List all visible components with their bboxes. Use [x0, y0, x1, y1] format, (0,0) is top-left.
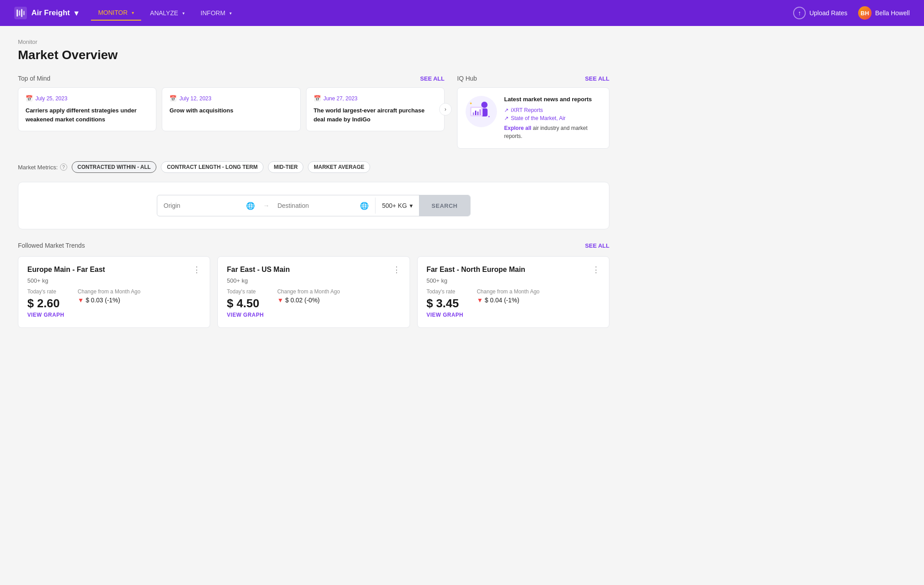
- change-label-2: Change from a Month Ago: [277, 288, 340, 295]
- metrics-help-icon[interactable]: ?: [60, 163, 67, 171]
- external-link-icon-2: ↗: [504, 115, 509, 121]
- rate-label-2: Today's rate: [227, 288, 259, 295]
- trend-menu-2[interactable]: ⋮: [393, 266, 401, 274]
- metric-chip-midtier[interactable]: MID-TIER: [268, 161, 303, 173]
- trend-weight-2: 500+ kg: [227, 277, 400, 284]
- news-card-2[interactable]: 📅 July 12, 2023 Grow with acquisitions: [162, 87, 300, 131]
- calendar-icon-1: 📅: [26, 95, 33, 102]
- rate-label-3: Today's rate: [427, 288, 459, 295]
- news-next-arrow[interactable]: ›: [439, 103, 452, 116]
- metrics-label: Market Metrics: ?: [18, 163, 67, 171]
- svg-text:●: ●: [488, 115, 490, 118]
- change-value-1: ▼ $ 0.03 (-1%): [78, 297, 140, 304]
- iq-headline: Latest market news and reports: [504, 96, 601, 103]
- trend-rate-info-1: Today's rate $ 2.60 Change from a Month …: [27, 288, 201, 310]
- change-label-1: Change from a Month Ago: [78, 288, 140, 295]
- trend-cards: Europe Main - Far East ⋮ 500+ kg Today's…: [18, 256, 609, 328]
- brand-logo[interactable]: Air Freight ▾: [14, 7, 78, 19]
- top-of-mind-label: Top of Mind: [18, 75, 50, 82]
- news-title-1: Carriers apply different strategies unde…: [26, 106, 149, 124]
- change-value-3: ▼ $ 0.04 (-1%): [477, 297, 540, 304]
- breadcrumb: Monitor: [18, 39, 609, 45]
- trend-card-3-header: Far East - North Europe Main ⋮: [427, 266, 600, 274]
- brand-name: Air Freight: [31, 9, 70, 17]
- trend-today-rate-1: Today's rate $ 2.60: [27, 288, 60, 310]
- svg-rect-13: [479, 109, 481, 115]
- change-label-3: Change from a Month Ago: [477, 288, 540, 295]
- iq-hub-header: IQ Hub SEE ALL: [457, 75, 609, 82]
- trend-card-2: Far East - US Main ⋮ 500+ kg Today's rat…: [217, 256, 410, 328]
- iq-hub-see-all[interactable]: SEE ALL: [585, 75, 609, 82]
- route-arrow: →: [261, 202, 271, 209]
- view-graph-2[interactable]: VIEW GRAPH: [227, 312, 263, 318]
- metric-chip-length[interactable]: CONTRACT LENGTH - LONG TERM: [161, 161, 263, 173]
- svg-rect-10: [473, 112, 474, 115]
- trend-route-1: Europe Main - Far East: [27, 266, 105, 274]
- trend-change-3: Change from a Month Ago ▼ $ 0.04 (-1%): [477, 288, 540, 310]
- trends-see-all[interactable]: SEE ALL: [585, 242, 609, 249]
- rate-label-1: Today's rate: [27, 288, 60, 295]
- brand-chevron: ▾: [74, 9, 78, 18]
- trend-card-1: Europe Main - Far East ⋮ 500+ kg Today's…: [18, 256, 210, 328]
- nav-links: MONITOR ▾ ANALYZE ▾ INFORM ▾: [91, 5, 793, 21]
- calendar-icon-2: 📅: [169, 95, 177, 102]
- down-arrow-1: ▼: [78, 297, 84, 304]
- trend-change-2: Change from a Month Ago ▼ $ 0.02 (-0%): [277, 288, 340, 310]
- main-content: Monitor Market Overview Top of Mind SEE …: [0, 26, 627, 340]
- weight-selector[interactable]: 500+ KG ▾: [376, 198, 419, 214]
- iq-explore-text: Explore all air industry and market repo…: [504, 124, 601, 140]
- news-card-1[interactable]: 📅 July 25, 2023 Carriers apply different…: [18, 87, 156, 131]
- iq-explore-link[interactable]: Explore all: [504, 125, 531, 131]
- trend-weight-1: 500+ kg: [27, 277, 201, 284]
- upload-icon: ↑: [793, 7, 806, 19]
- search-inner: 🌐 → 🌐 500+ KG ▾ SEARCH: [157, 195, 471, 216]
- trends-label: Followed Market Trends: [18, 242, 85, 249]
- page-title: Market Overview: [18, 48, 609, 62]
- trend-card-2-header: Far East - US Main ⋮: [227, 266, 400, 274]
- destination-input[interactable]: [277, 202, 356, 209]
- trends-section: Followed Market Trends SEE ALL Europe Ma…: [18, 242, 609, 328]
- trend-menu-1[interactable]: ⋮: [193, 266, 201, 274]
- trend-route-3: Far East - North Europe Main: [427, 266, 525, 274]
- user-menu[interactable]: BH Bella Howell: [858, 6, 910, 20]
- top-sections-row: Top of Mind SEE ALL 📅 July 25, 2023 Carr…: [18, 75, 609, 149]
- nav-monitor[interactable]: MONITOR ▾: [91, 5, 141, 21]
- nav-analyze[interactable]: ANALYZE ▾: [143, 5, 192, 21]
- svg-rect-12: [477, 112, 479, 115]
- nav-inform[interactable]: INFORM ▾: [194, 5, 239, 21]
- rate-value-1: $ 2.60: [27, 297, 60, 310]
- nav-right: ↑ Upload Rates BH Bella Howell: [793, 6, 910, 20]
- trend-weight-3: 500+ kg: [427, 277, 600, 284]
- iq-link-1[interactable]: ↗ iXRT Reports: [504, 107, 601, 113]
- trend-rate-info-3: Today's rate $ 3.45 Change from a Month …: [427, 288, 600, 310]
- iq-hub-card: ✦ ● Latest market news and reports ↗ iXR…: [457, 87, 609, 149]
- origin-globe-icon: 🌐: [246, 202, 255, 210]
- top-of-mind-see-all[interactable]: SEE ALL: [420, 75, 445, 82]
- metric-chip-contracted[interactable]: CONTRACTED WITHIN - ALL: [72, 161, 157, 173]
- news-title-3: The world largest-ever aircraft purchase…: [314, 106, 437, 124]
- news-card-3[interactable]: 📅 June 27, 2023 The world largest-ever a…: [306, 87, 445, 131]
- down-arrow-3: ▼: [477, 297, 483, 304]
- view-graph-3[interactable]: VIEW GRAPH: [427, 312, 463, 318]
- origin-field[interactable]: 🌐: [157, 197, 261, 215]
- search-button[interactable]: SEARCH: [419, 195, 470, 216]
- external-link-icon-1: ↗: [504, 107, 509, 113]
- destination-field[interactable]: 🌐: [271, 197, 375, 215]
- trend-route-2: Far East - US Main: [227, 266, 289, 274]
- iq-hub-content: Latest market news and reports ↗ iXRT Re…: [504, 96, 601, 140]
- metric-chip-average[interactable]: MARKET AVERAGE: [308, 161, 370, 173]
- view-graph-1[interactable]: VIEW GRAPH: [27, 312, 64, 318]
- svg-text:✦: ✦: [469, 101, 473, 106]
- svg-rect-11: [475, 111, 476, 115]
- news-date-1: 📅 July 25, 2023: [26, 95, 149, 102]
- news-date-2: 📅 July 12, 2023: [169, 95, 293, 102]
- news-title-2: Grow with acquisitions: [169, 106, 293, 115]
- svg-rect-3: [21, 9, 22, 17]
- iq-link-2[interactable]: ↗ State of the Market, Air: [504, 115, 601, 121]
- weight-chevron: ▾: [410, 202, 413, 209]
- origin-input[interactable]: [164, 202, 242, 209]
- trend-change-1: Change from a Month Ago ▼ $ 0.03 (-1%): [78, 288, 140, 310]
- upload-rates-button[interactable]: ↑ Upload Rates: [793, 7, 847, 19]
- navbar: Air Freight ▾ MONITOR ▾ ANALYZE ▾ INFORM…: [0, 0, 924, 26]
- trend-menu-3[interactable]: ⋮: [592, 266, 600, 274]
